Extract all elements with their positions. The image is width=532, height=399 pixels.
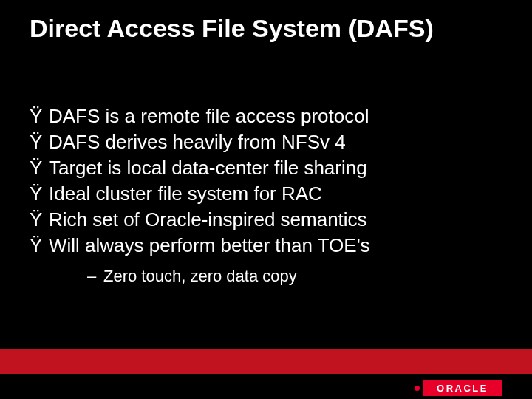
footer-bar <box>0 349 532 374</box>
bullet-mark: Ÿ <box>30 207 49 233</box>
bullet-item: ŸRich set of Oracle-inspired semantics <box>30 207 502 233</box>
bullet-text: DAFS is a remote file access protocol <box>49 105 369 127</box>
bullet-item: ŸWill always perform better than TOE's <box>30 233 502 259</box>
slide-body: ŸDAFS is a remote file access protocol Ÿ… <box>30 103 502 286</box>
bullet-text: DAFS derives heavily from NFSv 4 <box>49 131 346 153</box>
sub-bullet-item: –Zero touch, zero data copy <box>87 267 502 286</box>
slide-title: Direct Access File System (DAFS) <box>30 13 502 43</box>
slide: Direct Access File System (DAFS) ŸDAFS i… <box>0 0 532 399</box>
bullet-text: Ideal cluster file system for RAC <box>49 183 322 205</box>
bullet-text: Will always perform better than TOE's <box>49 234 370 256</box>
bullet-item: ŸIdeal cluster file system for RAC <box>30 181 502 207</box>
bullet-mark: Ÿ <box>30 181 49 207</box>
bullet-mark: Ÿ <box>30 233 49 259</box>
bullet-item: ŸDAFS is a remote file access protocol <box>30 103 502 129</box>
sub-bullet-text: Zero touch, zero data copy <box>103 267 297 285</box>
bullet-text: Rich set of Oracle-inspired semantics <box>49 208 367 231</box>
bullet-mark: Ÿ <box>30 155 49 181</box>
bullet-mark: Ÿ <box>30 103 49 129</box>
bullet-item: ŸTarget is local data-center file sharin… <box>30 155 502 181</box>
logo-dot-icon <box>415 386 420 391</box>
oracle-logo: ORACLE <box>415 380 502 396</box>
bullet-item: ŸDAFS derives heavily from NFSv 4 <box>30 129 502 155</box>
sub-bullet-dash: – <box>87 267 103 286</box>
bullet-text: Target is local data-center file sharing <box>49 157 367 179</box>
bullet-mark: Ÿ <box>30 129 49 155</box>
logo-text: ORACLE <box>423 380 502 396</box>
